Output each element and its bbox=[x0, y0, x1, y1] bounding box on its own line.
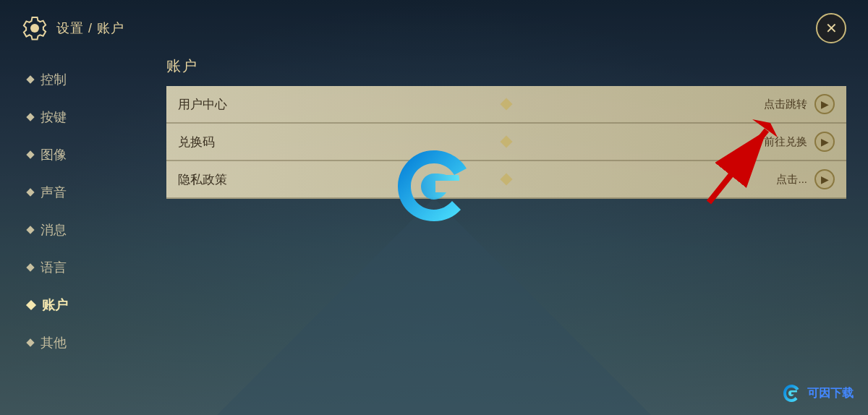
privacy-policy-right: 点击... ▶ bbox=[776, 169, 835, 189]
section-title: 账户 bbox=[166, 56, 846, 76]
sidebar-item-language[interactable]: 语言 bbox=[22, 252, 137, 283]
sidebar-label-keys: 按键 bbox=[41, 108, 67, 126]
sidebar-item-sound[interactable]: 声音 bbox=[22, 176, 137, 208]
sidebar-item-messages[interactable]: 消息 bbox=[22, 214, 137, 246]
privacy-policy-label: 隐私政策 bbox=[178, 171, 227, 188]
diamond-icon-active bbox=[26, 300, 36, 310]
sidebar-label-language: 语言 bbox=[41, 259, 67, 276]
user-center-label: 用户中心 bbox=[178, 96, 227, 113]
header: 设置 / 账户 ✕ bbox=[0, 0, 868, 56]
watermark-text: 可因下载 bbox=[807, 386, 854, 401]
sidebar-label-graphics: 图像 bbox=[41, 146, 67, 163]
header-left: 设置 / 账户 bbox=[22, 15, 124, 41]
redeem-code-label: 兑换码 bbox=[178, 134, 215, 150]
svg-line-1 bbox=[709, 130, 767, 202]
edge-logo bbox=[391, 143, 477, 230]
red-arrow-annotation bbox=[651, 116, 781, 210]
diamond-icon bbox=[26, 188, 34, 196]
close-button[interactable]: ✕ bbox=[816, 13, 846, 43]
diamond-icon bbox=[26, 113, 34, 121]
diamond-icon bbox=[26, 263, 34, 271]
sidebar-label-sound: 声音 bbox=[41, 184, 67, 201]
user-center-right: 点击跳转 ▶ bbox=[764, 94, 835, 114]
sidebar-label-messages: 消息 bbox=[41, 221, 67, 239]
sidebar: 控制 按键 图像 声音 消息 语言 bbox=[22, 56, 137, 393]
row-diamond bbox=[501, 98, 513, 111]
main-content: 控制 按键 图像 声音 消息 语言 bbox=[0, 56, 868, 415]
sidebar-label-account: 账户 bbox=[42, 296, 68, 314]
sidebar-item-graphics[interactable]: 图像 bbox=[22, 139, 137, 171]
gear-icon bbox=[22, 15, 48, 41]
watermark-logo bbox=[781, 383, 801, 403]
redeem-code-arrow[interactable]: ▶ bbox=[814, 132, 835, 152]
diamond-icon bbox=[26, 75, 34, 83]
sidebar-item-control[interactable]: 控制 bbox=[22, 64, 137, 95]
diamond-icon bbox=[26, 150, 34, 158]
diamond-icon bbox=[26, 226, 34, 234]
row-diamond bbox=[501, 136, 513, 148]
row-diamond bbox=[501, 174, 513, 186]
right-panel: 账户 用户中心 点击跳转 ▶ 兑换码 前往兑换 ▶ bbox=[166, 56, 846, 393]
user-center-arrow[interactable]: ▶ bbox=[814, 94, 835, 114]
sidebar-item-account[interactable]: 账户 bbox=[22, 289, 137, 321]
watermark: 可因下载 bbox=[781, 383, 854, 403]
sidebar-item-other[interactable]: 其他 bbox=[22, 327, 137, 359]
sidebar-item-keys[interactable]: 按键 bbox=[22, 101, 137, 133]
privacy-policy-arrow[interactable]: ▶ bbox=[814, 169, 835, 189]
sidebar-label-other: 其他 bbox=[41, 334, 67, 351]
sidebar-label-control: 控制 bbox=[41, 71, 67, 88]
breadcrumb: 设置 / 账户 bbox=[56, 20, 124, 37]
diamond-icon bbox=[26, 338, 34, 346]
user-center-action: 点击跳转 bbox=[764, 98, 807, 111]
